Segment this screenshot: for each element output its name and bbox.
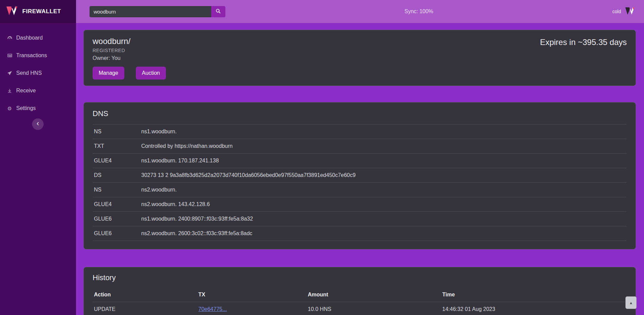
wallet-name: cold bbox=[612, 9, 621, 14]
sidebar-item-transactions[interactable]: Transactions bbox=[0, 47, 76, 64]
dns-heading: DNS bbox=[93, 109, 627, 118]
sidebar-item-send-hns[interactable]: Send HNS bbox=[0, 64, 76, 82]
firewallet-logo-small bbox=[624, 6, 635, 17]
history-card: History Action TX Amount Time bbox=[83, 267, 636, 315]
sidebar-nav: Dashboard Transactions Send HNS Receive bbox=[0, 23, 76, 117]
sidebar-header: FIREWALLET bbox=[0, 0, 76, 23]
dns-record-type: GLUE4 bbox=[93, 197, 140, 212]
history-col-action: Action bbox=[93, 288, 197, 302]
history-col-amount: Amount bbox=[306, 288, 441, 302]
dns-record-value: ns2.woodburn. 2600:3c02::f03c:93ff:fe5a:… bbox=[140, 226, 627, 241]
dns-table: NS ns1.woodburn. TXT Controlled by https… bbox=[93, 124, 627, 241]
manage-button[interactable]: Manage bbox=[93, 67, 124, 80]
history-action: UPDATE bbox=[93, 302, 197, 315]
domain-actions: Manage Auction bbox=[93, 67, 166, 80]
tx-link[interactable]: 70e64775... bbox=[198, 306, 227, 312]
main-column: Sync: 100% cold woodburn/ REGISTERED bbox=[76, 0, 644, 315]
dns-record-type: NS bbox=[93, 125, 140, 139]
gear-icon: ⚙ bbox=[7, 106, 13, 111]
app-root: FIREWALLET Dashboard Transactions Send H… bbox=[0, 0, 644, 315]
history-table: Action TX Amount Time UPDATE 70e64775...… bbox=[93, 288, 627, 315]
dns-record-row: GLUE4 ns2.woodburn. 143.42.128.6 bbox=[93, 197, 627, 212]
dns-record-row: GLUE6 ns2.woodburn. 2600:3c02::f03c:93ff… bbox=[93, 226, 627, 241]
history-col-tx: TX bbox=[197, 288, 306, 302]
sidebar-item-label: Settings bbox=[16, 105, 36, 111]
scroll-to-top-button[interactable]: ▲ bbox=[625, 296, 637, 309]
history-heading: History bbox=[93, 273, 627, 282]
dns-record-row: DS 30273 13 2 9a3a8fb3d625d2a2073d740f10… bbox=[93, 168, 627, 183]
dns-record-row: NS ns1.woodburn. bbox=[93, 125, 627, 139]
dns-record-value: ns1.woodburn. 170.187.241.138 bbox=[140, 154, 627, 168]
history-row: UPDATE 70e64775... 10.0 HNS 14:46:32 01 … bbox=[93, 302, 627, 315]
dns-record-type: NS bbox=[93, 183, 140, 197]
receive-icon bbox=[7, 88, 13, 94]
history-time: 14:46:32 01 Aug 2023 bbox=[441, 302, 627, 315]
chevron-up-icon: ▲ bbox=[629, 301, 633, 305]
wallet-switcher[interactable]: cold bbox=[612, 6, 635, 17]
sidebar-collapse-button[interactable]: ‹ bbox=[32, 118, 44, 130]
chevron-left-icon: ‹ bbox=[36, 119, 39, 128]
dns-record-value: ns2.woodburn. bbox=[140, 183, 627, 197]
firewallet-logo bbox=[5, 5, 18, 18]
topbar: Sync: 100% cold bbox=[76, 0, 644, 23]
history-col-time: Time bbox=[441, 288, 627, 302]
gauge-icon bbox=[7, 35, 13, 41]
dns-record-row: NS ns2.woodburn. bbox=[93, 183, 627, 197]
dns-record-type: GLUE6 bbox=[93, 226, 140, 241]
sidebar-item-label: Receive bbox=[16, 88, 36, 94]
sidebar-item-label: Dashboard bbox=[16, 35, 43, 41]
dns-record-type: TXT bbox=[93, 139, 140, 154]
history-amount: 10.0 HNS bbox=[306, 302, 441, 315]
dns-record-row: GLUE4 ns1.woodburn. 170.187.241.138 bbox=[93, 154, 627, 168]
sidebar-item-dashboard[interactable]: Dashboard bbox=[0, 29, 76, 47]
dns-record-row: GLUE6 ns1.woodburn. 2400:8907::f03c:93ff… bbox=[93, 212, 627, 226]
sidebar-item-receive[interactable]: Receive bbox=[0, 82, 76, 99]
sidebar: FIREWALLET Dashboard Transactions Send H… bbox=[0, 0, 76, 315]
sidebar-item-label: Transactions bbox=[16, 52, 47, 59]
domain-card-left: woodburn/ REGISTERED Owner: You Manage A… bbox=[93, 36, 166, 80]
dns-record-value: 30273 13 2 9a3a8fb3d625d2a2073d740f10da6… bbox=[140, 168, 627, 183]
dns-record-row: TXT Controlled by https://nathan.woodbur… bbox=[93, 139, 627, 154]
dns-card: DNS NS ns1.woodburn. TXT Controlled by h… bbox=[83, 102, 636, 249]
sync-status: Sync: 100% bbox=[404, 8, 433, 15]
dns-record-value: ns1.woodburn. 2400:8907::f03c:93ff:fe5a:… bbox=[140, 212, 627, 226]
domain-expiry: Expires in ~395.35 days bbox=[540, 36, 627, 80]
sidebar-item-settings[interactable]: ⚙ Settings bbox=[0, 99, 76, 117]
history-header-row: Action TX Amount Time bbox=[93, 288, 627, 302]
search-input[interactable] bbox=[90, 6, 211, 17]
dns-record-value: ns2.woodburn. 143.42.128.6 bbox=[140, 197, 627, 212]
domain-owner: Owner: You bbox=[93, 55, 166, 61]
dns-record-type: GLUE6 bbox=[93, 212, 140, 226]
sidebar-item-label: Send HNS bbox=[16, 70, 42, 76]
domain-title: woodburn/ bbox=[93, 36, 166, 46]
domain-card: woodburn/ REGISTERED Owner: You Manage A… bbox=[83, 30, 636, 86]
page-content: woodburn/ REGISTERED Owner: You Manage A… bbox=[76, 23, 644, 315]
table-icon bbox=[7, 53, 13, 59]
search-button[interactable] bbox=[211, 6, 225, 17]
auction-button[interactable]: Auction bbox=[136, 67, 166, 80]
brand-title: FIREWALLET bbox=[22, 8, 61, 15]
dns-record-value: ns1.woodburn. bbox=[140, 125, 627, 139]
search-icon bbox=[216, 8, 221, 15]
search-group bbox=[90, 6, 225, 17]
dns-record-type: DS bbox=[93, 168, 140, 183]
domain-status-badge: REGISTERED bbox=[93, 48, 166, 53]
dns-record-type: GLUE4 bbox=[93, 154, 140, 168]
dns-record-value: Controlled by https://nathan.woodburn bbox=[140, 139, 627, 154]
send-icon bbox=[7, 70, 13, 76]
